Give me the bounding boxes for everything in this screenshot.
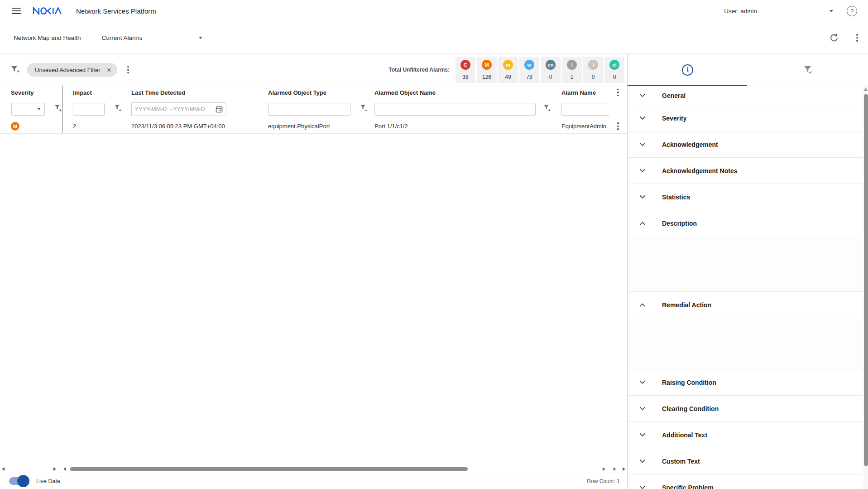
row-last-time-detected: 2023/11/3 06:05:23 PM GMT+04:00	[129, 123, 265, 130]
alarm-name-filter-input[interactable]	[561, 103, 609, 116]
funnel-add-icon	[54, 104, 62, 112]
badge-count: 126	[482, 74, 491, 80]
section-statistics[interactable]: Statistics	[628, 184, 863, 210]
section-specific-problem[interactable]: Specific Problem	[628, 474, 863, 489]
alarmed-object-name-funnel-button[interactable]	[543, 104, 551, 114]
chevron-up-icon	[639, 222, 646, 226]
severity-info-icon: i	[567, 60, 577, 70]
section-clearing-condition[interactable]: Clearing Condition	[628, 396, 863, 422]
alarmed-object-name-filter-input[interactable]	[374, 103, 536, 116]
section-remedial-action[interactable]: Remedial Action	[628, 292, 863, 318]
refresh-button[interactable]	[829, 33, 839, 43]
section-remedial-action-content	[628, 318, 863, 369]
column-header-impact[interactable]: Impact	[62, 86, 129, 99]
column-header-alarmed-object-type[interactable]: Alarmed Object Type	[265, 86, 371, 99]
badge-major[interactable]: M 126	[477, 57, 497, 83]
scroll-left-icon[interactable]	[63, 467, 66, 471]
badge-critical[interactable]: C 38	[456, 57, 475, 83]
nsp-window: Network Services Platform User: admin ? …	[0, 0, 868, 489]
scroll-left-icon[interactable]	[613, 467, 615, 471]
horizontal-scroll-thumb[interactable]	[70, 467, 468, 471]
status-bar: Live Data Row Count: 1	[0, 473, 627, 489]
panel-tabs: i	[628, 54, 868, 86]
row-impact: 2	[62, 123, 129, 130]
nokia-logo	[33, 7, 62, 15]
user-menu[interactable]: User: admin	[724, 8, 833, 15]
alarmed-object-type-filter-input[interactable]	[268, 103, 350, 116]
top-header: Network Services Platform User: admin ?	[0, 0, 868, 22]
date-to-input[interactable]	[173, 106, 207, 112]
chevron-down-icon	[639, 93, 646, 97]
chevron-down-icon	[639, 169, 646, 173]
table-horizontal-scrollbar	[0, 466, 627, 473]
table-columns-menu-button[interactable]	[617, 89, 619, 97]
badge-cleared[interactable]: cl 0	[604, 57, 624, 83]
impact-filter-funnel-button[interactable]	[114, 104, 122, 114]
filter-more-button[interactable]	[127, 66, 129, 74]
column-header-last-time-detected[interactable]: Last Time Detected	[129, 86, 265, 99]
badge-count: 0	[592, 74, 595, 80]
row-alarmed-object-name: Port 1/1/c1/2	[371, 123, 559, 130]
badge-count: 49	[505, 74, 511, 80]
row-count: Row Count: 1	[587, 478, 620, 484]
scroll-left-icon[interactable]	[2, 467, 5, 471]
column-header-alarm-name[interactable]: Alarm Name	[559, 86, 609, 99]
section-additional-text[interactable]: Additional Text	[628, 422, 863, 448]
section-severity[interactable]: Severity	[628, 105, 863, 131]
row-alarm-name: EquipmentAdmin	[559, 123, 609, 130]
scroll-right-icon[interactable]	[623, 467, 625, 471]
live-data-label: Live Data	[36, 478, 60, 484]
column-header-alarmed-object-name[interactable]: Alarmed Object Name	[371, 86, 559, 99]
alarmed-object-type-funnel-button[interactable]	[360, 104, 368, 114]
info-icon: i	[682, 64, 693, 76]
view-selector-value: Current Alarms	[102, 34, 143, 41]
section-custom-text[interactable]: Custom Text	[628, 448, 863, 474]
vertical-scroll-thumb[interactable]	[864, 94, 868, 466]
section-description-content	[628, 237, 863, 292]
toolbar-more-button[interactable]	[856, 34, 858, 42]
help-button[interactable]: ?	[847, 6, 857, 16]
badge-warning[interactable]: w 78	[519, 57, 539, 83]
badge-count: 38	[462, 74, 468, 80]
section-acknowledgement[interactable]: Acknowledgement	[628, 131, 863, 158]
severity-filter-funnel-button[interactable]	[54, 104, 62, 114]
column-header-severity[interactable]: Severity	[0, 86, 62, 99]
table-row[interactable]: M 2 2023/11/3 06:05:23 PM GMT+04:00 equi…	[0, 119, 627, 134]
chevron-down-icon	[639, 485, 646, 489]
date-from-input[interactable]	[135, 106, 169, 112]
help-icon: ?	[850, 8, 854, 15]
hamburger-menu-icon[interactable]	[12, 8, 21, 14]
section-description[interactable]: Description	[628, 210, 863, 237]
live-data-toggle[interactable]	[9, 477, 27, 485]
add-filter-button[interactable]	[10, 65, 20, 75]
row-actions-button[interactable]	[617, 122, 619, 130]
scroll-right-icon[interactable]	[53, 467, 56, 471]
severity-minor-icon: m	[503, 60, 513, 70]
filter-bar: Unsaved Advanced Filter ✕ Total Unfilter…	[0, 54, 627, 86]
tab-filter[interactable]	[748, 54, 868, 86]
badge-minor[interactable]: m 49	[498, 57, 518, 83]
total-unfiltered-label: Total Unfiltered Alarms:	[388, 67, 450, 73]
scroll-up-icon[interactable]	[864, 88, 868, 91]
badge-condition[interactable]: cn 0	[541, 57, 561, 83]
page-toolbar: Network Map and Health Current Alarms	[0, 23, 868, 53]
severity-filter-select[interactable]	[11, 103, 45, 116]
calendar-icon[interactable]	[216, 106, 223, 113]
tab-info[interactable]: i	[628, 54, 748, 86]
funnel-add-icon	[360, 104, 368, 112]
app-title: Network Services Platform	[76, 7, 156, 15]
view-selector-dropdown[interactable]: Current Alarms	[102, 34, 202, 41]
badge-indeterminate[interactable]: I 0	[583, 57, 603, 83]
section-acknowledgement-notes[interactable]: Acknowledgement Notes	[628, 158, 863, 184]
section-general[interactable]: General	[628, 86, 863, 105]
close-icon[interactable]: ✕	[107, 67, 112, 73]
alarm-details-panel: i General Severity Acknowledgement	[627, 54, 868, 489]
user-label: User: admin	[724, 8, 757, 15]
scroll-right-icon[interactable]	[603, 467, 605, 471]
section-raising-condition[interactable]: Raising Condition	[628, 369, 863, 396]
advanced-filter-chip[interactable]: Unsaved Advanced Filter ✕	[27, 63, 117, 77]
impact-filter-input[interactable]	[73, 103, 105, 116]
badge-info[interactable]: i 1	[562, 57, 582, 83]
alarms-table: Severity Impact Last Time Detected Alarm…	[0, 86, 627, 134]
date-range-filter: -	[131, 102, 226, 116]
